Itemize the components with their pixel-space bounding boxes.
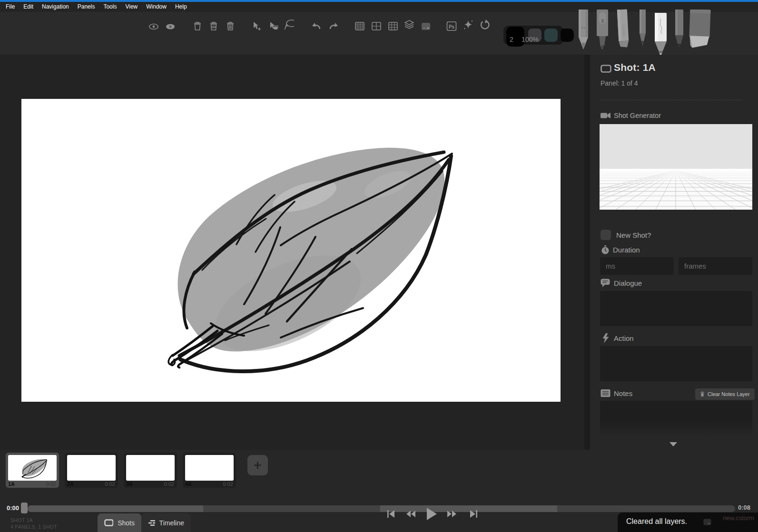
thumbnail-duration: 0:02 (105, 481, 115, 487)
toast-notification: new.cstorm Cleared all layers. (618, 513, 758, 532)
playhead-handle[interactable] (21, 503, 28, 513)
menu-window[interactable]: Window (142, 2, 171, 12)
lasso-tool-icon[interactable] (283, 19, 294, 31)
leaf-sketch (21, 99, 561, 402)
add-panel-button[interactable]: + (247, 455, 268, 475)
menu-view[interactable]: View (121, 2, 142, 12)
panel-counter: Panel: 1 of 4 (600, 79, 638, 87)
play-button[interactable] (425, 506, 438, 523)
tab-timeline-label: Timeline (159, 519, 184, 527)
toast-message: Cleared all layers. (626, 517, 687, 526)
toast-panel-icon (703, 519, 711, 525)
skip-to-end-button[interactable] (469, 509, 479, 521)
action-textarea[interactable] (600, 346, 752, 381)
clear-visible-layers-trash-icon[interactable] (208, 20, 219, 32)
panel-scroll-down-arrow[interactable] (669, 442, 677, 446)
light-pencil-brush[interactable] (576, 10, 591, 51)
action-label: Action (614, 334, 634, 342)
panel-divider (584, 55, 590, 450)
rewind-button[interactable] (404, 509, 417, 521)
menu-navigation[interactable]: Navigation (38, 2, 73, 12)
thumbnail-id: 2A (67, 481, 74, 487)
thumbnail-id: 3A (126, 481, 133, 487)
new-shot-checkbox[interactable] (600, 230, 611, 240)
grid-overlay-icon[interactable] (354, 20, 365, 32)
clear-notes-layer-button[interactable]: Clear Notes Layer (695, 388, 755, 400)
open-in-photoshop-icon[interactable]: Ps (446, 20, 457, 32)
skip-to-start-button[interactable] (385, 509, 396, 521)
project-filename: new.cstorm (723, 514, 754, 522)
menu-help[interactable]: Help (171, 2, 191, 12)
tab-shots[interactable]: Shots (98, 513, 141, 532)
pencil-brush[interactable] (637, 10, 648, 52)
brush-opacity-value[interactable]: 100% (519, 36, 541, 43)
svg-text:Ps: Ps (449, 24, 455, 29)
track-segment-4[interactable] (557, 505, 735, 512)
redo-icon[interactable] (328, 20, 339, 32)
notes-textarea[interactable] (600, 401, 752, 437)
metadata-panel: Shot: 1A Panel: 1 of 4 Shot Generator (590, 55, 758, 450)
onion-skin-eye-icon[interactable] (165, 21, 176, 32)
clear-notes-label: Clear Notes Layer (708, 391, 750, 397)
dialogue-label: Dialogue (614, 279, 642, 287)
timeline-scrubber-track[interactable] (28, 505, 735, 512)
pastel-brush[interactable]: PASTEL (615, 9, 631, 52)
tab-shots-label: Shots (118, 519, 135, 527)
thumbnail-image (126, 455, 175, 481)
clock-icon (600, 245, 610, 257)
track-segment-1[interactable] (28, 505, 203, 512)
shot-title: Shot: 1A (614, 62, 656, 73)
duration-ms-input[interactable] (600, 257, 674, 275)
menu-edit[interactable]: Edit (19, 2, 38, 12)
hard-pencil-brush[interactable] (595, 10, 610, 51)
panel-thumbnail-2A[interactable]: 2A 0:02 (65, 453, 118, 488)
pen-brush[interactable] (673, 10, 686, 51)
clear-layer-trash-icon[interactable] (192, 20, 203, 32)
brush-size-value[interactable]: 2 (506, 36, 517, 43)
swatch-teal[interactable] (544, 29, 558, 42)
timeline-start-time: 0:00 (7, 504, 19, 512)
show-current-layer-eye-icon[interactable] (148, 21, 159, 32)
clear-all-layers-trash-icon[interactable] (225, 20, 236, 32)
leaf-sketch-thumb (8, 455, 57, 481)
sparkle-effects-icon[interactable] (463, 19, 474, 31)
dialogue-textarea[interactable] (600, 291, 752, 326)
panel-thumbnail-4A[interactable]: 4A 0:02 (183, 453, 236, 488)
note-pen-brush[interactable] (653, 13, 669, 58)
timeline-end-time: 0:08 (738, 504, 750, 511)
drawing-canvas[interactable] (21, 99, 561, 402)
move-contents-tool-icon[interactable] (251, 20, 263, 32)
panel-thumbnail-3A[interactable]: 3A 0:02 (124, 453, 177, 488)
thumbnail-duration: 0:02 (164, 481, 174, 487)
thumbnail-duration: 0:02 (46, 481, 56, 487)
panel-thumbnail-1A[interactable]: 1A 0:02 (6, 453, 59, 488)
fast-forward-button[interactable] (446, 509, 458, 521)
center-guides-icon[interactable] (371, 20, 382, 32)
thumbnail-id: 1A (8, 481, 15, 487)
status-detail: 4 PANELS, 1 SHOT (10, 524, 57, 530)
perspective-layers-icon[interactable] (404, 19, 415, 31)
notes-icon (600, 389, 610, 400)
thumbnail-image (8, 455, 57, 481)
timeline-icon (148, 520, 155, 526)
thirds-guides-icon[interactable] (387, 20, 399, 32)
menu-panels[interactable]: Panels (73, 2, 99, 12)
track-segment-2[interactable] (203, 505, 380, 512)
eraser-brush[interactable] (688, 10, 713, 51)
thumbnail-duration: 0:02 (223, 481, 233, 487)
duplicate-tool-icon[interactable] (268, 20, 279, 32)
reset-rotation-icon[interactable] (479, 19, 490, 31)
action-bolt-icon (602, 333, 610, 345)
status-shot: SHOT 1A (10, 517, 33, 523)
menu-file[interactable]: File (1, 2, 19, 12)
duration-label: Duration (613, 246, 640, 254)
new-shot-label: New Shot? (616, 231, 651, 239)
tab-timeline[interactable]: Timeline (141, 513, 191, 532)
menu-tools[interactable]: Tools (99, 2, 121, 12)
caption-overlay-icon[interactable] (420, 20, 432, 32)
undo-icon[interactable] (311, 20, 322, 32)
duration-frames-input[interactable] (679, 257, 752, 275)
storyboarder-window: File Edit Navigation Panels Tools View W… (0, 0, 758, 532)
shot-generator-preview[interactable] (600, 124, 752, 210)
swatch-black[interactable] (561, 29, 574, 42)
